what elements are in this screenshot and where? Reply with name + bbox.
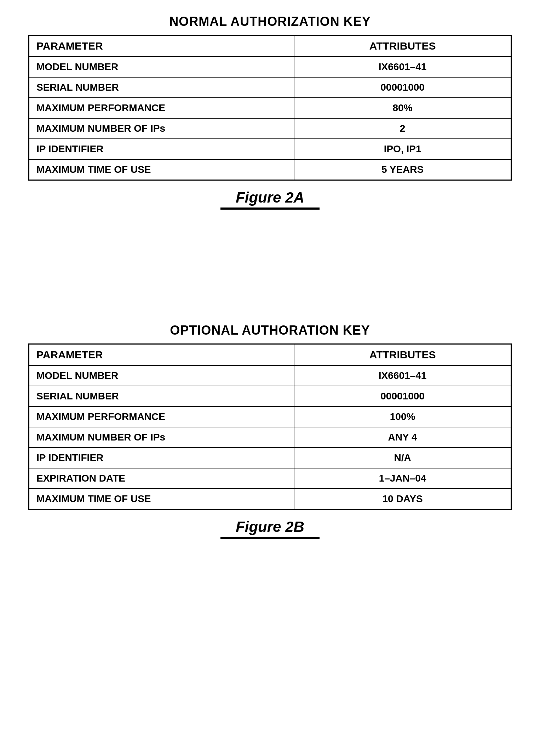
attr-ip-identifier: IPO, IP1 <box>294 139 511 159</box>
attr-max-time-b: 10 DAYS <box>294 489 511 510</box>
param-ip-identifier: IP IDENTIFIER <box>29 139 294 159</box>
attr-max-time: 5 YEARS <box>294 159 511 180</box>
table-row: MODEL NUMBER IX6601–41 <box>29 365 511 386</box>
attr-max-ips-b: ANY 4 <box>294 427 511 448</box>
attr-max-performance: 80% <box>294 98 511 118</box>
attr-serial-number: 00001000 <box>294 77 511 98</box>
param-serial-number: SERIAL NUMBER <box>29 77 294 98</box>
figure-2a-label: Figure 2A <box>28 189 512 206</box>
attr-max-ips: 2 <box>294 118 511 139</box>
attr-model-number: IX6601–41 <box>294 57 511 77</box>
param-max-ips-b: MAXIMUM NUMBER OF IPs <box>29 427 294 448</box>
param-max-performance-b: MAXIMUM PERFORMANCE <box>29 407 294 427</box>
table-header-row: PARAMETER ATTRIBUTES <box>29 35 511 57</box>
spacer <box>28 231 512 323</box>
figure-2a-underline <box>220 208 320 210</box>
attr-max-performance-b: 100% <box>294 407 511 427</box>
param-expiration-date: EXPIRATION DATE <box>29 468 294 489</box>
attr-expiration-date: 1–JAN–04 <box>294 468 511 489</box>
figure-2a-title: NORMAL AUTHORIZATION KEY <box>28 14 512 29</box>
header-attributes: ATTRIBUTES <box>294 35 511 57</box>
param-max-ips: MAXIMUM NUMBER OF IPs <box>29 118 294 139</box>
header-parameter-b: PARAMETER <box>29 344 294 366</box>
attr-serial-number-b: 00001000 <box>294 386 511 407</box>
figure-2b-table: PARAMETER ATTRIBUTES MODEL NUMBER IX6601… <box>28 343 512 510</box>
table-row: SERIAL NUMBER 00001000 <box>29 77 511 98</box>
figure-2a-table: PARAMETER ATTRIBUTES MODEL NUMBER IX6601… <box>28 35 512 181</box>
param-max-time-b: MAXIMUM TIME OF USE <box>29 489 294 510</box>
param-model-number-b: MODEL NUMBER <box>29 365 294 386</box>
param-serial-number-b: SERIAL NUMBER <box>29 386 294 407</box>
table-row: MODEL NUMBER IX6601–41 <box>29 57 511 77</box>
table-row: MAXIMUM TIME OF USE 10 DAYS <box>29 489 511 510</box>
figure-2b-section: OPTIONAL AUTHORATION KEY PARAMETER ATTRI… <box>28 323 512 539</box>
table-row: MAXIMUM TIME OF USE 5 YEARS <box>29 159 511 180</box>
attr-model-number-b: IX6601–41 <box>294 365 511 386</box>
param-max-performance: MAXIMUM PERFORMANCE <box>29 98 294 118</box>
figure-2b-title: OPTIONAL AUTHORATION KEY <box>28 323 512 338</box>
header-attributes-b: ATTRIBUTES <box>294 344 511 366</box>
figure-2b-label: Figure 2B <box>28 518 512 535</box>
table-row: EXPIRATION DATE 1–JAN–04 <box>29 468 511 489</box>
param-ip-identifier-b: IP IDENTIFIER <box>29 448 294 468</box>
table-header-row: PARAMETER ATTRIBUTES <box>29 344 511 366</box>
param-model-number: MODEL NUMBER <box>29 57 294 77</box>
header-parameter: PARAMETER <box>29 35 294 57</box>
figure-2a-section: NORMAL AUTHORIZATION KEY PARAMETER ATTRI… <box>28 14 512 210</box>
attr-ip-identifier-b: N/A <box>294 448 511 468</box>
table-row: SERIAL NUMBER 00001000 <box>29 386 511 407</box>
table-row: MAXIMUM NUMBER OF IPs ANY 4 <box>29 427 511 448</box>
figure-2b-underline <box>220 537 320 539</box>
table-row: IP IDENTIFIER N/A <box>29 448 511 468</box>
table-row: MAXIMUM PERFORMANCE 100% <box>29 407 511 427</box>
param-max-time: MAXIMUM TIME OF USE <box>29 159 294 180</box>
table-row: MAXIMUM PERFORMANCE 80% <box>29 98 511 118</box>
table-row: IP IDENTIFIER IPO, IP1 <box>29 139 511 159</box>
table-row: MAXIMUM NUMBER OF IPs 2 <box>29 118 511 139</box>
